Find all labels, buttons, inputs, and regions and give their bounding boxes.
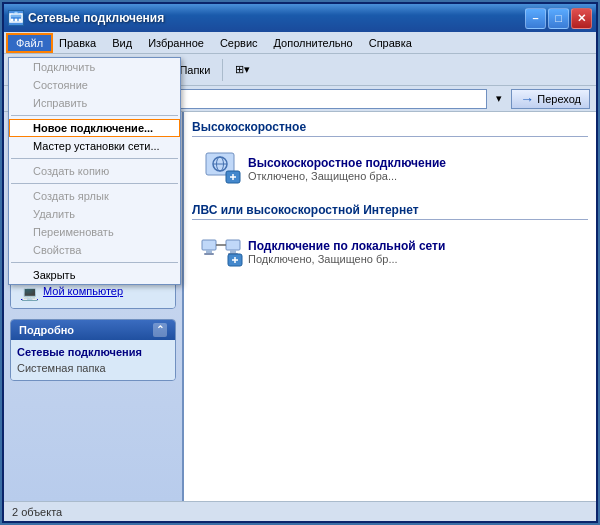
lan-section: ЛВС или высокоскоростной Интернет (192, 203, 588, 278)
menu-service[interactable]: Сервис (212, 35, 266, 51)
minimize-button[interactable]: – (525, 8, 546, 29)
broadband-title: Высокоскоростное (192, 120, 588, 137)
svg-point-4 (19, 19, 22, 22)
menu-properties[interactable]: Свойства (9, 241, 180, 259)
menu-file[interactable]: Файл Подключить Состояние Исправить Ново… (8, 35, 51, 51)
svg-point-3 (15, 19, 18, 22)
menubar: Файл Подключить Состояние Исправить Ново… (4, 32, 596, 54)
address-go-button[interactable]: → Переход (511, 89, 590, 109)
lan-title: ЛВС или высокоскоростной Интернет (192, 203, 588, 220)
address-dropdown-btn[interactable]: ▾ (493, 92, 505, 105)
details-header[interactable]: Подробно ⌃ (11, 320, 175, 340)
details-collapse[interactable]: ⌃ (153, 323, 167, 337)
svg-rect-19 (230, 250, 236, 253)
svg-rect-15 (202, 240, 216, 250)
lan-name: Подключение по локальной сети (248, 239, 445, 253)
file-dropdown: Подключить Состояние Исправить Новое под… (8, 57, 181, 285)
details-body: Сетевые подключения Системная папка (11, 340, 175, 380)
menu-network-wizard[interactable]: Мастер установки сети... (9, 137, 180, 155)
lan-icon (200, 232, 240, 272)
lan-connection[interactable]: Подключение по локальной сети Подключено… (192, 226, 588, 278)
menu-favorites[interactable]: Избранное (140, 35, 212, 51)
svg-rect-17 (204, 253, 214, 255)
maximize-button[interactable]: □ (548, 8, 569, 29)
details-type: Системная папка (17, 362, 169, 374)
broadband-text: Высокоскоростное подключение Отключено, … (248, 156, 446, 182)
broadband-section: Высокоскоростное (192, 120, 588, 195)
menu-extra[interactable]: Дополнительно (266, 35, 361, 51)
svg-rect-16 (206, 250, 212, 253)
menu-help[interactable]: Справка (361, 35, 420, 51)
menu-shortcut[interactable]: Создать ярлык (9, 187, 180, 205)
window-title: Сетевые подключения (28, 11, 521, 25)
menu-connect[interactable]: Подключить (9, 58, 180, 76)
details-name: Сетевые подключения (17, 346, 169, 358)
menu-close[interactable]: Закрыть (9, 266, 180, 284)
window-controls: – □ ✕ (525, 8, 592, 29)
lan-text: Подключение по локальной сети Подключено… (248, 239, 445, 265)
titlebar: Сетевые подключения – □ ✕ (4, 4, 596, 32)
menu-view[interactable]: Вид (104, 35, 140, 51)
window-icon (8, 10, 24, 26)
lan-status: Подключено, Защищено бр... (248, 253, 445, 265)
statusbar-text: 2 объекта (12, 506, 62, 518)
menu-new-connection[interactable]: Новое подключение... (9, 119, 180, 137)
menu-status[interactable]: Состояние (9, 76, 180, 94)
close-button[interactable]: ✕ (571, 8, 592, 29)
statusbar: 2 объекта (4, 501, 596, 521)
menu-edit[interactable]: Правка (51, 35, 104, 51)
menu-rename[interactable]: Переименовать (9, 223, 180, 241)
svg-rect-18 (226, 240, 240, 250)
content-area: Высокоскоростное (184, 112, 596, 501)
menu-delete[interactable]: Удалить (9, 205, 180, 223)
broadband-connection[interactable]: Высокоскоростное подключение Отключено, … (192, 143, 588, 195)
menu-repair[interactable]: Исправить (9, 94, 180, 112)
svg-point-2 (11, 19, 14, 22)
sidebar-section-details: Подробно ⌃ Сетевые подключения Системная… (10, 319, 176, 381)
go-arrow-icon: → (520, 91, 534, 107)
main-window: Сетевые подключения – □ ✕ Файл Подключит… (2, 2, 598, 523)
toolbar-sep-2 (222, 59, 223, 81)
broadband-status: Отключено, Защищено бра... (248, 170, 446, 182)
sidebar-link-my-computer[interactable]: 💻 Мой компьютер (17, 282, 169, 302)
broadband-name: Высокоскоростное подключение (248, 156, 446, 170)
views-button[interactable]: ⊞▾ (228, 59, 257, 80)
my-computer-icon: 💻 (21, 284, 37, 300)
broadband-icon (200, 149, 240, 189)
menu-copy[interactable]: Создать копию (9, 162, 180, 180)
